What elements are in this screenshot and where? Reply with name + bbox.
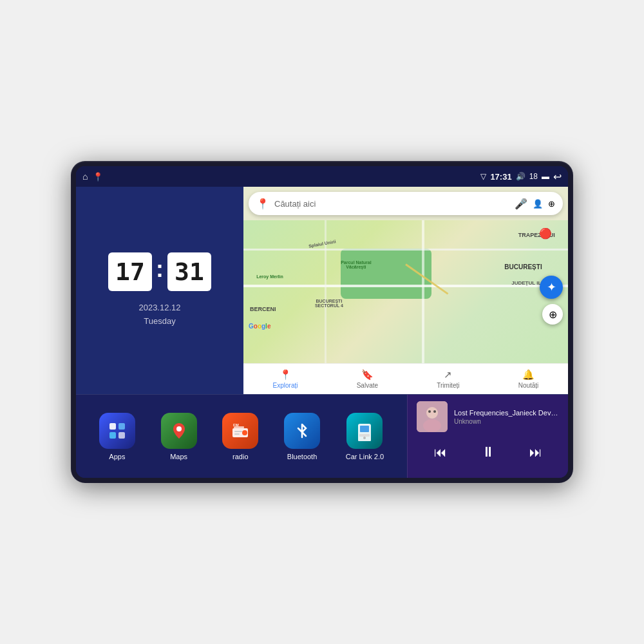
svg-point-4 — [176, 426, 182, 431]
app-item-apps[interactable]: Apps — [99, 413, 135, 460]
volume-level: 18 — [529, 172, 538, 181]
map-search-bar[interactable]: 📍 Căutați aici 🎤 👤 ⊕ — [249, 192, 563, 215]
map-nav-trimiteti[interactable]: ↗ Trimiteți — [437, 369, 459, 389]
account-icon[interactable]: 👤 — [533, 199, 543, 209]
svg-rect-3 — [118, 432, 125, 439]
home-icon[interactable]: ⌂ — [82, 171, 88, 182]
svg-text:FM: FM — [233, 423, 239, 427]
status-bar: ⌂ 📍 ▽ 17:31 🔊 18 ▬ ↩ — [76, 166, 568, 187]
maps-status-icon[interactable]: 📍 — [93, 172, 103, 182]
map-search-right: 🎤 👤 ⊕ — [515, 198, 555, 210]
road-vertical — [422, 220, 424, 363]
svg-rect-12 — [360, 426, 369, 432]
svg-rect-0 — [109, 423, 116, 430]
music-thumb-img — [417, 401, 448, 432]
radio-icon-box: FM — [222, 413, 258, 449]
app-item-bluetooth[interactable]: Bluetooth — [284, 413, 320, 460]
app-item-carlink[interactable]: Car Link 2.0 — [346, 413, 384, 460]
main-content: 17 : 31 2023.12.12 Tuesday 📍 Căutați aic… — [76, 187, 568, 478]
music-info: Lost Frequencies_Janieck Devy-... Unknow… — [454, 409, 559, 425]
top-section: 17 : 31 2023.12.12 Tuesday 📍 Căutați aic… — [76, 187, 568, 394]
status-time: 17:31 — [490, 172, 511, 182]
road-top — [243, 249, 568, 251]
maps-label: Maps — [170, 453, 187, 460]
music-controls: ⏮ ⏸ ⏭ — [417, 441, 559, 463]
next-button[interactable]: ⏭ — [523, 442, 549, 462]
apps-label: Apps — [109, 453, 125, 460]
berceni-label: BERCENI — [250, 306, 276, 312]
music-thumbnail — [417, 401, 448, 432]
noutati-label: Noutăți — [518, 382, 539, 389]
app-item-radio[interactable]: FM radio — [222, 413, 258, 460]
clock-hour: 17 — [108, 252, 152, 291]
google-logo: Google — [249, 323, 270, 330]
trimiteti-icon: ↗ — [444, 369, 452, 381]
bucuresti-label: BUCUREȘTI — [504, 263, 542, 270]
bluetooth-label: Bluetooth — [287, 453, 317, 460]
svg-point-19 — [433, 410, 436, 413]
svg-point-16 — [426, 407, 438, 419]
maps-icon — [161, 413, 197, 449]
noutati-icon: 🔔 — [522, 369, 535, 381]
map-body[interactable]: TRAPEZULUI BUCUREȘTI JUDEȚUL ILFOV BERCE… — [243, 220, 568, 363]
bluetooth-icon-box — [284, 413, 320, 449]
map-nav-explorati[interactable]: 📍 Explorați — [273, 369, 298, 389]
music-top: Lost Frequencies_Janieck Devy-... Unknow… — [417, 401, 559, 432]
svg-rect-8 — [234, 431, 242, 432]
signal-icon: ▽ — [480, 172, 486, 181]
sector4-label: BUCUREȘTISECTORUL 4 — [315, 299, 343, 308]
screen: ⌂ 📍 ▽ 17:31 🔊 18 ▬ ↩ 17 : — [76, 166, 568, 478]
voice-search-icon[interactable]: 🎤 — [515, 198, 527, 210]
map-nav-salvate[interactable]: 🔖 Salvate — [357, 369, 378, 389]
splaiul-label: Splaiul Unirii — [308, 240, 336, 249]
music-title: Lost Frequencies_Janieck Devy-... — [454, 409, 559, 417]
clock-separator: : — [156, 256, 164, 283]
apps-area: Apps Maps — [76, 395, 407, 478]
svg-point-18 — [428, 410, 431, 413]
status-left: ⌂ 📍 — [82, 171, 103, 182]
volume-icon: 🔊 — [516, 172, 526, 181]
carlink-label: Car Link 2.0 — [346, 453, 384, 460]
svg-rect-14 — [359, 434, 370, 437]
music-player: Lost Frequencies_Janieck Devy-... Unknow… — [407, 395, 568, 478]
device: ⌂ 📍 ▽ 17:31 🔊 18 ▬ ↩ 17 : — [71, 161, 573, 483]
clock-date: 2023.12.12 Tuesday — [138, 301, 180, 328]
map-nav-noutati[interactable]: 🔔 Noutăți — [518, 369, 539, 389]
svg-rect-2 — [109, 432, 116, 439]
layers-icon[interactable]: ⊕ — [548, 199, 555, 209]
map-panel[interactable]: 📍 Căutați aici 🎤 👤 ⊕ — [243, 187, 568, 394]
salvate-label: Salvate — [357, 382, 378, 389]
status-right: ▽ 17:31 🔊 18 ▬ ↩ — [480, 171, 562, 183]
clock-date-value: 2023.12.12 — [138, 301, 180, 315]
clock-display: 17 : 31 — [108, 252, 211, 291]
map-search-text[interactable]: Căutați aici — [274, 199, 509, 209]
svg-rect-9 — [234, 433, 240, 435]
bottom-section: Apps Maps — [76, 394, 568, 478]
clock-panel: 17 : 31 2023.12.12 Tuesday — [76, 187, 243, 394]
map-pin-icon: 📍 — [256, 198, 269, 210]
leroy-label: Leroy Merlin — [256, 274, 283, 279]
carlink-icon — [346, 413, 383, 449]
map-bottom-bar: 📍 Explorați 🔖 Salvate ↗ Trimiteți 🔔 — [243, 363, 568, 394]
battery-icon: ▬ — [542, 172, 549, 181]
clock-minute: 31 — [167, 252, 211, 291]
radio-label: radio — [232, 453, 248, 460]
app-item-maps[interactable]: Maps — [161, 413, 197, 460]
north-marker: 🔴 — [539, 227, 552, 240]
apps-icon — [99, 413, 135, 449]
svg-rect-1 — [118, 423, 125, 430]
music-artist: Unknown — [454, 418, 559, 425]
locate-button[interactable]: ⊕ — [542, 304, 563, 325]
explorati-icon: 📍 — [279, 369, 292, 381]
park-label: Parcul NaturalVăcărești — [341, 260, 371, 269]
play-pause-button[interactable]: ⏸ — [475, 441, 502, 463]
trimiteti-label: Trimiteți — [437, 382, 459, 389]
prev-button[interactable]: ⏮ — [428, 442, 453, 462]
svg-point-17 — [423, 419, 441, 432]
direction-button[interactable]: ✦ — [540, 276, 563, 299]
clock-day: Tuesday — [138, 315, 180, 328]
svg-point-13 — [363, 437, 366, 439]
back-icon[interactable]: ↩ — [553, 171, 562, 183]
svg-point-7 — [242, 430, 247, 435]
salvate-icon: 🔖 — [361, 369, 374, 381]
